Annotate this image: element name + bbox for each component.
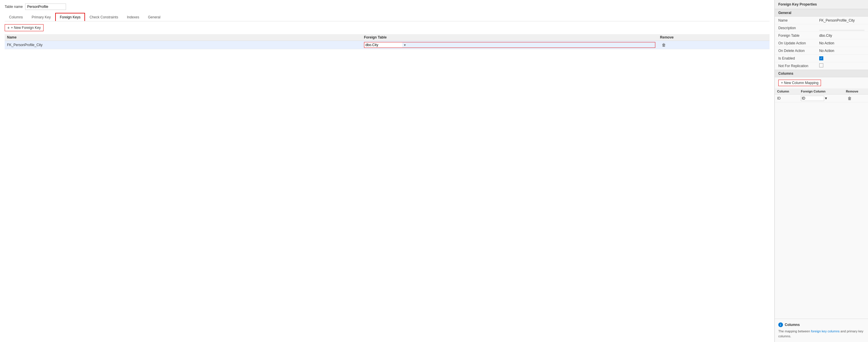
- foreign-key-columns-link[interactable]: foreign key columns: [811, 330, 840, 333]
- tab-primary-key[interactable]: Primary Key: [27, 13, 55, 21]
- info-section: i Columns The mapping between foreign ke…: [775, 319, 868, 342]
- not-for-replication-checkbox[interactable]: [819, 63, 823, 67]
- col-map-foreign-column-cell: ID ▼: [799, 95, 843, 102]
- columns-section-label: Columns: [778, 71, 793, 76]
- prop-row-foreign-table: Foreign Table dbo.City: [775, 32, 868, 39]
- col-map-delete-button[interactable]: 🗑: [846, 95, 854, 101]
- col-map-remove-cell: 🗑: [843, 95, 868, 102]
- prop-label-foreign-table: Foreign Table: [778, 34, 819, 38]
- prop-row-on-delete: On Delete Action No Action: [775, 47, 868, 55]
- app-container: Table name Columns Primary Key Foreign K…: [0, 0, 868, 342]
- left-panel: Table name Columns Primary Key Foreign K…: [0, 0, 775, 342]
- fk-foreign-table-cell: dbo.City ▼: [362, 41, 658, 49]
- col-map-column-cell: ID: [775, 95, 799, 102]
- columns-section-header: Columns: [775, 70, 868, 77]
- col-header-name: Name: [5, 34, 362, 41]
- new-col-mapping-label: + New Column Mapping: [781, 81, 818, 85]
- prop-label-on-delete: On Delete Action: [778, 49, 819, 53]
- foreign-column-select-wrapper: ID ▼: [801, 96, 841, 101]
- prop-label-not-for-replication: Not For Replication: [778, 64, 819, 68]
- table-name-input[interactable]: [25, 3, 66, 10]
- tab-indexes[interactable]: Indexes: [122, 13, 144, 21]
- chevron-down-icon-fc: ▼: [824, 96, 828, 100]
- prop-value-name: FK_PersonProfile_City: [819, 19, 865, 23]
- right-panel-header: Foreign Key Properties: [775, 0, 868, 9]
- col-header-foreign-table: Foreign Table: [362, 34, 658, 41]
- checkbox-unchecked-icon[interactable]: [819, 63, 823, 68]
- prop-input-description[interactable]: [819, 25, 865, 30]
- plus-icon: +: [7, 25, 10, 30]
- info-title: i Columns: [778, 322, 865, 327]
- general-section-label: General: [778, 11, 792, 15]
- general-section-header: General: [775, 9, 868, 16]
- table-name-label: Table name: [5, 5, 23, 9]
- info-section-title: Columns: [785, 323, 800, 327]
- prop-label-is-enabled: Is Enabled: [778, 56, 819, 60]
- prop-label-on-update: On Update Action: [778, 41, 819, 45]
- fk-name-cell: FK_PersonProfile_City: [5, 41, 362, 49]
- prop-label-description: Description: [778, 26, 819, 30]
- foreign-table-select[interactable]: dbo.City: [364, 42, 402, 47]
- prop-row-description: Description: [775, 24, 868, 32]
- prop-label-name: Name: [778, 19, 819, 23]
- tab-general[interactable]: General: [144, 13, 165, 21]
- new-foreign-key-button[interactable]: + + New Foreign Key: [5, 24, 43, 31]
- new-column-mapping-button[interactable]: + New Column Mapping: [778, 80, 821, 86]
- fk-remove-cell: 🗑: [658, 41, 770, 49]
- prop-value-foreign-table: dbo.City: [819, 34, 865, 38]
- col-header-remove: Remove: [658, 34, 770, 41]
- prop-row-is-enabled: Is Enabled ✓: [775, 55, 868, 62]
- main-content: Table name Columns Primary Key Foreign K…: [0, 0, 868, 342]
- fk-table: Name Foreign Table Remove FK_PersonProfi…: [5, 34, 770, 49]
- col-map-header-foreign-column: Foreign Column: [799, 89, 843, 95]
- right-panel-title: Foreign Key Properties: [778, 2, 817, 6]
- checkbox-checked-icon[interactable]: ✓: [819, 56, 823, 60]
- right-panel: Foreign Key Properties General Name FK_P…: [775, 0, 868, 342]
- prop-row-on-update: On Update Action No Action: [775, 39, 868, 47]
- columns-section: + New Column Mapping Column Foreign Colu…: [775, 77, 868, 342]
- column-mapping-table: Column Foreign Column Remove ID ID: [775, 89, 868, 102]
- new-fk-label: + New Foreign Key: [11, 26, 41, 30]
- prop-value-on-delete: No Action: [819, 49, 865, 53]
- table-row[interactable]: FK_PersonProfile_City dbo.City ▼ 🗑: [5, 41, 770, 49]
- col-map-header-column: Column: [775, 89, 799, 95]
- foreign-column-select[interactable]: ID: [801, 96, 824, 101]
- tab-foreign-keys[interactable]: Foreign Keys: [55, 13, 85, 21]
- prop-row-name: Name FK_PersonProfile_City: [775, 16, 868, 24]
- info-icon: i: [778, 322, 783, 327]
- col-map-row: ID ID ▼ 🗑: [775, 95, 868, 102]
- is-enabled-checkbox[interactable]: ✓: [819, 56, 823, 60]
- prop-row-not-for-replication: Not For Replication: [775, 62, 868, 70]
- info-text: The mapping between foreign key columns …: [778, 329, 865, 339]
- prop-value-on-update: No Action: [819, 41, 865, 45]
- tab-check-constraints[interactable]: Check Constraints: [85, 13, 122, 21]
- tabs-bar: Columns Primary Key Foreign Keys Check C…: [5, 13, 770, 21]
- chevron-down-icon: ▼: [402, 43, 408, 47]
- col-map-header-remove: Remove: [843, 89, 868, 95]
- foreign-table-select-wrapper: dbo.City ▼: [364, 42, 655, 48]
- tab-columns[interactable]: Columns: [5, 13, 27, 21]
- table-name-row: Table name: [5, 3, 770, 10]
- fk-delete-button[interactable]: 🗑: [660, 42, 668, 48]
